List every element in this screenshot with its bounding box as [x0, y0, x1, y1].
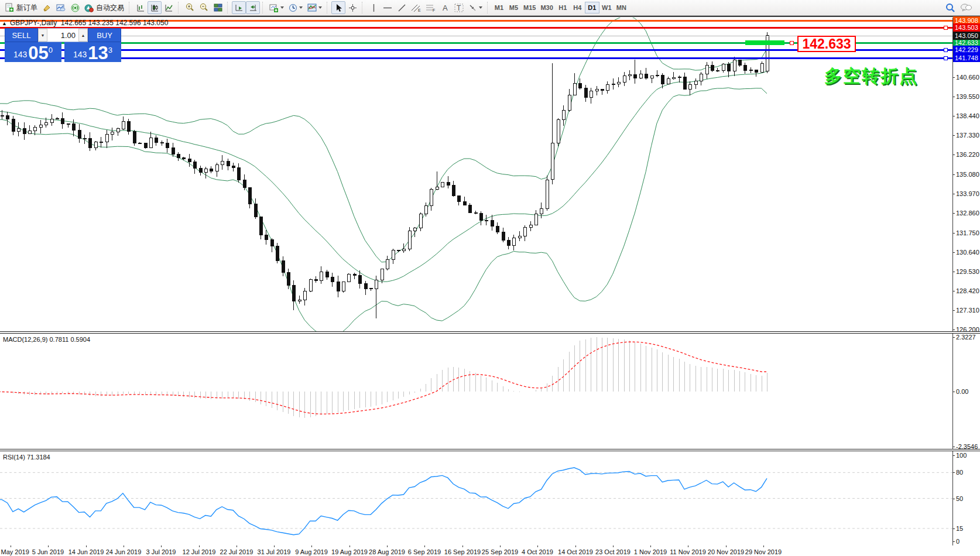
chevron-down-icon	[280, 6, 284, 9]
search-icon	[945, 3, 955, 13]
search-button[interactable]	[943, 1, 958, 14]
price-axis-tick	[952, 174, 955, 175]
price-badge-143.503: 143.503	[953, 23, 980, 32]
timeframe-button-m5[interactable]: M5	[506, 2, 521, 13]
zoom-out-button[interactable]	[197, 1, 211, 14]
macd-value-signal: 0.5904	[70, 336, 90, 343]
price-axis-tick-label: 133.970	[956, 190, 979, 197]
indicators-icon	[307, 4, 317, 12]
date-tick	[48, 545, 49, 547]
horizontal-line-button[interactable]	[381, 1, 395, 14]
macd-chart[interactable]	[0, 334, 952, 449]
auto-trading-button[interactable]: 自动交易	[82, 1, 126, 14]
timeframe-button-m1[interactable]: M1	[492, 2, 506, 13]
zoom-in-icon	[185, 3, 194, 12]
signals-button[interactable]	[68, 1, 82, 14]
toolbar-separator	[327, 2, 329, 13]
cursor-button[interactable]	[331, 1, 345, 14]
line-chart-button[interactable]	[162, 1, 176, 14]
timeframe-button-w1[interactable]: W1	[599, 2, 614, 13]
profiles-button[interactable]	[54, 1, 68, 14]
date-tick	[349, 545, 350, 547]
timeframe-button-h1[interactable]: H1	[556, 2, 570, 13]
mt4-window: 新订单 自动交易	[0, 0, 980, 556]
date-label: 27 May 2019	[0, 548, 29, 555]
shapes-dropdown[interactable]	[466, 1, 485, 14]
autoscroll-icon	[235, 4, 244, 12]
chat-button[interactable]	[958, 1, 974, 14]
rsi-panel[interactable]: RSI(14) 71.3184 1008050150	[0, 451, 980, 545]
date-axis[interactable]: 27 May 20195 Jun 201914 Jun 201924 Jun 2…	[0, 545, 980, 556]
crosshair-button[interactable]	[345, 1, 359, 14]
channel-button[interactable]: E	[409, 1, 423, 14]
new-chart-dropdown[interactable]	[267, 1, 286, 14]
sell-button[interactable]: SELL	[5, 28, 38, 42]
price-chart-panel[interactable]: 143.908143.503142.633142.229141.748143.0…	[0, 18, 980, 331]
profiles-icon	[56, 4, 66, 12]
turning-point-annotation[interactable]: 多空转折点	[824, 64, 918, 88]
buy-button[interactable]: BUY	[88, 28, 121, 42]
toolbar-separator	[227, 2, 229, 13]
styles-button[interactable]	[40, 1, 54, 14]
buy-price-big: 13	[88, 45, 108, 61]
rsi-axis-tick-label: 50	[956, 495, 963, 502]
vertical-line-button[interactable]	[366, 1, 381, 14]
svg-text:E: E	[418, 8, 421, 12]
candlestick-chart-button[interactable]	[148, 1, 162, 14]
zoom-in-button[interactable]	[183, 1, 197, 14]
line-edit-marker[interactable]	[944, 48, 948, 52]
macd-panel[interactable]: MACD(12,26,9) 0.7811 0.5904 2.32270.00-2…	[0, 334, 980, 449]
toolbar: 新订单 自动交易	[0, 0, 980, 16]
period-dropdown[interactable]	[286, 1, 305, 14]
turning-point-highlight[interactable]	[745, 40, 784, 45]
tile-windows-button[interactable]	[211, 1, 225, 14]
date-tick	[311, 545, 312, 547]
bar-chart-button[interactable]	[133, 1, 148, 14]
volume-decrease-button[interactable]: ▼	[38, 29, 47, 42]
auto-scroll-button[interactable]	[232, 1, 246, 14]
timeframe-button-m30[interactable]: M30	[538, 2, 555, 13]
rsi-chart[interactable]	[0, 451, 952, 545]
timeframe-button-mn[interactable]: MN	[614, 2, 629, 13]
price-axis-tick	[952, 135, 955, 136]
macd-axis-tick	[952, 447, 955, 447]
clock-icon	[289, 4, 297, 12]
trendline-button[interactable]	[395, 1, 409, 14]
label-button[interactable]: T	[452, 1, 466, 14]
fibonacci-button[interactable]: F	[423, 1, 438, 14]
sell-price[interactable]: 143 05 0	[5, 42, 61, 62]
date-label: 11 Nov 2019	[670, 548, 706, 555]
line-edit-marker[interactable]	[944, 56, 948, 60]
buy-price[interactable]: 143 13 3	[64, 42, 121, 62]
volume-input[interactable]: 1.00	[47, 29, 78, 42]
macd-axis-tick	[952, 392, 955, 392]
date-tick	[650, 545, 651, 547]
horizontal-line-object-141.748[interactable]	[0, 57, 952, 59]
macd-axis-tick-label: 0.00	[956, 388, 968, 395]
indicators-dropdown[interactable]	[305, 1, 324, 14]
timeframe-button-m15[interactable]: M15	[521, 2, 538, 13]
rsi-axis-tick	[952, 528, 955, 529]
buy-price-sup: 3	[108, 46, 112, 54]
collapse-triangle-icon[interactable]: ▲	[2, 20, 7, 26]
price-axis-tick-label: 137.330	[956, 132, 979, 139]
toolbar-separator	[129, 2, 131, 13]
chart-shift-button[interactable]	[246, 1, 260, 14]
horizontal-line-object-143.503[interactable]	[0, 27, 952, 29]
eraser-icon	[42, 4, 52, 12]
timeframe-button-h4[interactable]: H4	[570, 2, 585, 13]
rsi-axis-tick	[952, 541, 955, 542]
candlestick-chart[interactable]	[0, 18, 952, 331]
new-order-button[interactable]: 新订单	[2, 1, 40, 14]
volume-increase-button[interactable]: ▲	[78, 29, 88, 42]
price-axis-tick	[952, 155, 955, 155]
callout-anchor-marker[interactable]	[790, 41, 794, 45]
rsi-axis-tick-label: 15	[956, 525, 963, 532]
price-callout-label[interactable]: 142.633	[797, 36, 856, 52]
date-label: 20 Nov 2019	[708, 548, 744, 555]
price-axis-tick	[952, 291, 955, 291]
signal-icon	[71, 4, 80, 12]
text-button[interactable]: A	[438, 1, 452, 14]
line-edit-marker[interactable]	[944, 26, 948, 30]
timeframe-button-d1[interactable]: D1	[585, 2, 599, 13]
